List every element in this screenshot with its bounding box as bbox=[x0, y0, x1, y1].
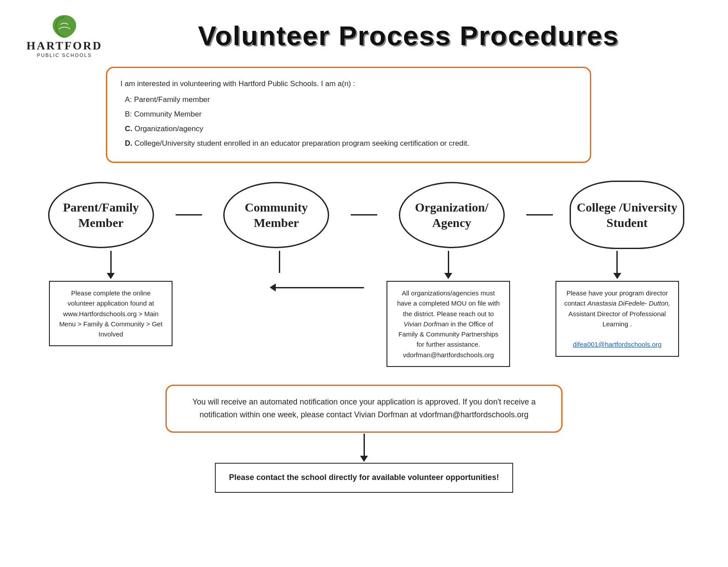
intro-option-a: A: Parent/Family member bbox=[125, 94, 577, 106]
logo-name: HARTFORD bbox=[26, 40, 102, 53]
intro-box: I am interested in volunteering with Har… bbox=[106, 67, 591, 163]
org-vivian-name: Vivian Dorfman bbox=[404, 320, 449, 328]
arrow-college bbox=[613, 251, 621, 279]
final-box: Please contact the school directly for a… bbox=[215, 463, 513, 493]
logo: HARTFORD PUBLIC SCHOOLS bbox=[26, 13, 102, 58]
connector-2 bbox=[351, 214, 377, 215]
flow-diagram: Parent/FamilyMember CommunityMember Orga… bbox=[26, 181, 702, 367]
intro-option-b: B: Community Member bbox=[125, 108, 577, 121]
ovals-row: Parent/FamilyMember CommunityMember Orga… bbox=[26, 181, 702, 249]
connector-1 bbox=[176, 214, 202, 215]
notification-box: You will receive an automated notificati… bbox=[165, 385, 563, 433]
oval-col-college: College /UniversityStudent bbox=[553, 181, 702, 249]
arrow-community-left-row bbox=[195, 284, 364, 291]
notification-section: You will receive an automated notificati… bbox=[165, 385, 563, 493]
bottom-col-college: Please have your program director contac… bbox=[533, 249, 702, 367]
page-title: Volunteer Process Procedures bbox=[116, 20, 702, 51]
arrow-parent bbox=[107, 251, 115, 279]
logo-subtitle: PUBLIC SCHOOLS bbox=[37, 53, 92, 58]
arrow-line-community bbox=[279, 251, 280, 273]
final-arrow bbox=[360, 434, 368, 462]
arrow-tip-org bbox=[444, 273, 452, 279]
arrow-line-org bbox=[448, 251, 449, 273]
arrow-tip-parent bbox=[107, 273, 115, 279]
oval-community: CommunityMember bbox=[223, 182, 329, 248]
intro-option-d: D. College/University student enrolled i… bbox=[125, 137, 577, 150]
oval-col-organization: Organization/Agency bbox=[377, 182, 526, 248]
page-header: HARTFORD PUBLIC SCHOOLS Volunteer Proces… bbox=[26, 13, 702, 58]
bottom-col-org: All organizations/agencies must have a c… bbox=[364, 249, 533, 367]
info-box-org: All organizations/agencies must have a c… bbox=[387, 281, 510, 367]
arrow-tip-left bbox=[270, 284, 276, 291]
logo-icon bbox=[49, 13, 80, 40]
oval-college: College /UniversityStudent bbox=[570, 181, 684, 249]
arrow-org bbox=[444, 251, 452, 279]
connector-3 bbox=[526, 214, 553, 215]
arrow-line-college bbox=[616, 251, 618, 273]
bottom-col-parent: Please complete the online volunteer app… bbox=[26, 249, 195, 367]
info-box-college: Please have your program director contac… bbox=[555, 281, 679, 357]
arrow-tip-college bbox=[613, 273, 621, 279]
arrow-community bbox=[279, 251, 280, 273]
arrow-line-parent bbox=[110, 251, 112, 273]
college-email[interactable]: difea001@hartfordschools.org bbox=[573, 340, 661, 348]
final-arrow-line bbox=[364, 434, 365, 456]
info-box-parent: Please complete the online volunteer app… bbox=[49, 281, 173, 346]
bottom-col-community bbox=[195, 249, 364, 367]
oval-organization: Organization/Agency bbox=[399, 182, 505, 248]
oval-parent: Parent/FamilyMember bbox=[48, 182, 154, 248]
final-arrow-tip bbox=[360, 456, 368, 462]
college-anastasia-name: Anastasia DiFedele- Dutton, bbox=[587, 299, 670, 307]
oval-col-community: CommunityMember bbox=[202, 182, 351, 248]
bottom-row: Please complete the online volunteer app… bbox=[26, 249, 702, 367]
intro-option-c: C. Organization/agency bbox=[125, 123, 577, 136]
oval-col-parent: Parent/FamilyMember bbox=[26, 182, 176, 248]
arrow-line-h bbox=[276, 287, 364, 288]
org-email: vdorfman@hartfordschools.org bbox=[403, 351, 494, 359]
intro-question: I am interested in volunteering with Har… bbox=[120, 78, 577, 91]
